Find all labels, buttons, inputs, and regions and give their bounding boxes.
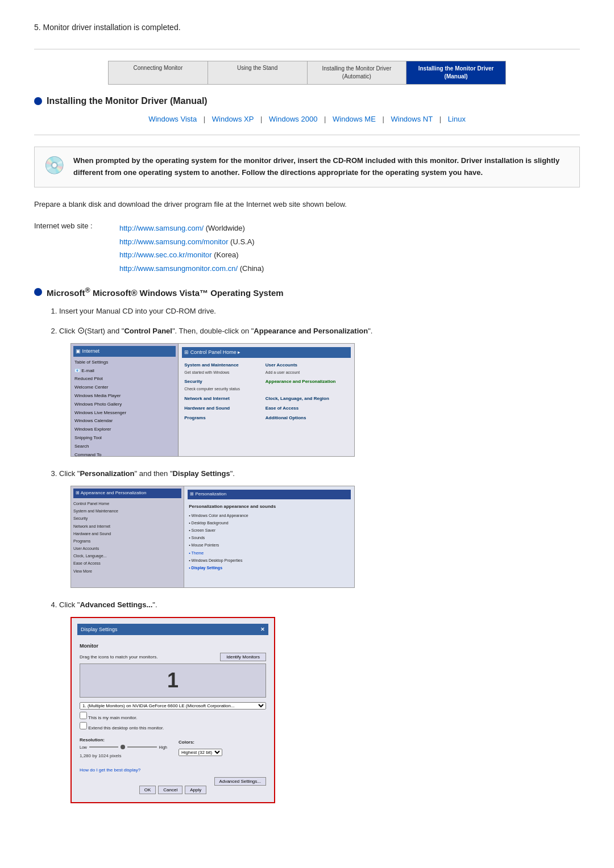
identify-monitors-button[interactable]: Identify Monitors xyxy=(220,653,266,661)
low-label: Low xyxy=(80,744,87,750)
apply-button[interactable]: Apply xyxy=(185,786,206,794)
link-china[interactable]: http://www.samsungmonitor.com.cn/ xyxy=(119,264,238,273)
ds-resolution-col: Resolution: Low High 1,280 by 1024 pixel… xyxy=(80,737,167,760)
screenshot-personalization: ⊞ Appearance and Personalization Control… xyxy=(70,486,355,588)
os-link-me[interactable]: Windows ME xyxy=(333,115,376,123)
ds-row: Resolution: Low High 1,280 by 1024 pixel… xyxy=(80,737,266,760)
separator4: | xyxy=(382,115,386,123)
best-display-link[interactable]: How do I get the best display? xyxy=(80,767,140,773)
separator5: | xyxy=(439,115,443,123)
ds-colors-col: Colors: Highest (32 bit) xyxy=(179,739,266,758)
os-links: Windows Vista | Windows XP | Windows 200… xyxy=(34,115,580,123)
info-text: When prompted by the operating system fo… xyxy=(73,155,571,179)
tab-installing-automatic[interactable]: Installing the Monitor Driver(Automatic) xyxy=(308,61,407,84)
link-worldwide[interactable]: http://www.samsung.com/ xyxy=(119,224,204,232)
start-icon: ⊙ xyxy=(77,326,85,335)
ds-monitor-label: Monitor xyxy=(80,642,266,650)
advanced-settings-button[interactable]: Advanced Settings... xyxy=(214,777,266,786)
link-usa[interactable]: http://www.samsung.com/monitor xyxy=(119,237,228,246)
colors-select[interactable]: Highest (32 bit) xyxy=(179,749,222,756)
extend-desktop-checkbox[interactable] xyxy=(80,722,87,729)
cancel-button[interactable]: Cancel xyxy=(158,786,182,794)
separator3: | xyxy=(324,115,328,123)
step-3: Click "Personalization" and then "Displa… xyxy=(59,468,580,588)
os-link-2000[interactable]: Windows 2000 xyxy=(269,115,317,123)
ds-link-row: How do I get the best display? xyxy=(80,763,266,775)
resolution-label: Resolution: xyxy=(80,737,167,744)
ds-titlebar: Display Settings ✕ xyxy=(77,624,268,635)
bullet2-icon xyxy=(34,288,42,296)
ds-select[interactable]: 1. (Multiple Monitors) on NVIDIA GeForce… xyxy=(80,702,266,710)
prepare-text: Prepare a blank disk and download the dr… xyxy=(34,199,580,211)
cp-bar-right: ⊞ Control Panel Home ▸ xyxy=(182,347,351,357)
resolution-slider[interactable]: Low High xyxy=(80,744,167,750)
cp-bar-left: ▣ Internet xyxy=(73,346,176,356)
separator2: | xyxy=(260,115,264,123)
link-korea[interactable]: http://www.sec.co.kr/monitor xyxy=(119,251,212,259)
colors-label: Colors: xyxy=(179,739,266,746)
cd-icon: 💿 xyxy=(43,155,65,179)
steps-list: Insert your Manual CD into your CD-ROM d… xyxy=(45,306,580,804)
internet-section: Internet web site : http://www.samsung.c… xyxy=(34,222,580,275)
bullet-icon xyxy=(34,97,42,105)
info-box: 💿 When prompted by the operating system … xyxy=(34,147,580,187)
tab-connecting-monitor[interactable]: Connecting Monitor xyxy=(109,61,208,84)
step-1: Insert your Manual CD into your CD-ROM d… xyxy=(59,306,580,318)
ok-button[interactable]: OK xyxy=(139,786,156,794)
step5-text: 5. Monitor driver installation is comple… xyxy=(34,23,580,32)
separator1: | xyxy=(204,115,208,123)
high-label: High xyxy=(159,744,167,750)
step-4: Click "Advanced Settings...". Display Se… xyxy=(59,599,580,803)
ds-buttons-row: OK Cancel Apply xyxy=(80,786,266,794)
os-link-linux[interactable]: Linux xyxy=(448,115,466,123)
section2-title: Microsoft® Microsoft® Windows Vista™ Ope… xyxy=(47,286,284,298)
internet-label: Internet web site : xyxy=(34,222,114,230)
section1-title: Installing the Monitor Driver (Manual) xyxy=(34,96,580,106)
s2-bar-right: ⊞ Personalization xyxy=(188,490,351,499)
monitor-select[interactable]: 1. (Multiple Monitors) on NVIDIA GeForce… xyxy=(80,702,266,710)
s2-bar-left: ⊞ Appearance and Personalization xyxy=(73,489,181,498)
ds-monitor-display: 1 xyxy=(80,663,266,698)
os-link-vista[interactable]: Windows Vista xyxy=(148,115,197,123)
step-2: Click ⊙(Start) and "Control Panel". Then… xyxy=(59,323,580,457)
tab-installing-manual[interactable]: Installing the Monitor Driver(Manual) xyxy=(406,61,505,84)
section2-title-row: Microsoft® Microsoft® Windows Vista™ Ope… xyxy=(34,286,580,298)
ds-checkboxes: This is my main monitor. Extend this des… xyxy=(80,712,266,732)
screenshot-display-settings: Display Settings ✕ Monitor Drag the icon… xyxy=(70,617,275,804)
os-link-nt[interactable]: Windows NT xyxy=(391,115,433,123)
os-link-xp[interactable]: Windows XP xyxy=(212,115,254,123)
resolution-value: 1,280 by 1024 pixels xyxy=(80,753,167,760)
internet-links: http://www.samsung.com/ (Worldwide) http… xyxy=(119,222,264,275)
tab-using-stand[interactable]: Using the Stand xyxy=(208,61,308,84)
screenshot-control-panel: ▣ Internet Table of Settings 📧 E-mail Re… xyxy=(70,343,355,457)
nav-tabs: Connecting Monitor Using the Stand Insta… xyxy=(108,61,506,85)
main-monitor-checkbox[interactable] xyxy=(80,712,87,719)
